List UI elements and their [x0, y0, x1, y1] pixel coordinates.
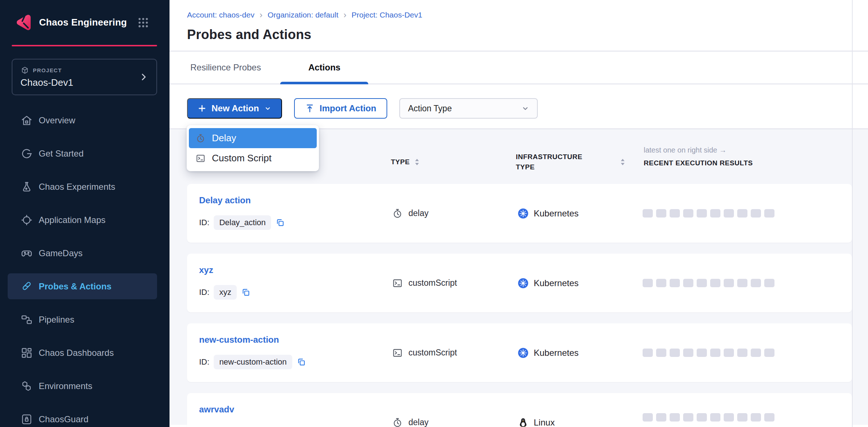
column-header-infrastructure-type[interactable]: INFRASTRUCTURE TYPE — [516, 152, 625, 172]
column-header-type[interactable]: TYPE — [391, 157, 420, 167]
infrastructure-cell: Kubernetes — [518, 254, 579, 312]
breadcrumb: Account: chaos-dev › Organization: defau… — [187, 10, 868, 20]
breadcrumb-separator: › — [259, 11, 262, 19]
type-value: delay — [408, 418, 429, 427]
sidebar-item-overview[interactable]: Overview — [8, 107, 157, 133]
execution-result-placeholder — [643, 349, 653, 357]
type-cell: delay — [392, 184, 429, 243]
sidebar-item-pipelines[interactable]: Pipelines — [8, 307, 157, 332]
execution-result-placeholder — [724, 279, 734, 287]
app-switcher-grid-icon[interactable] — [137, 16, 149, 29]
terminal-icon — [195, 153, 206, 164]
sort-icon — [620, 158, 625, 166]
sidebar-item-gamedays[interactable]: GameDays — [8, 240, 157, 266]
execution-result-placeholder — [737, 349, 747, 357]
page-header: Account: chaos-dev › Organization: defau… — [170, 0, 868, 51]
table-row: new-custom-action ID: new-custom-action … — [187, 323, 852, 382]
actions-toolbar: New Action Import Action Action Type — [170, 84, 868, 128]
recent-execution-results — [643, 254, 774, 312]
execution-result-placeholder — [656, 413, 666, 422]
infrastructure-value: Kubernetes — [534, 348, 579, 358]
action-type-select[interactable]: Action Type — [399, 98, 538, 119]
infrastructure-value: Kubernetes — [534, 208, 579, 219]
action-name-link[interactable]: Delay action — [199, 195, 251, 205]
sidebar-item-label: Pipelines — [39, 315, 74, 325]
sidebar-item-chaos-dashboards[interactable]: Chaos Dashboards — [8, 340, 157, 366]
sidebar-item-chaosguard[interactable]: ChaosGuard — [8, 406, 157, 427]
sidebar-item-label: Environments — [39, 381, 92, 391]
kubernetes-icon — [518, 208, 529, 219]
import-action-button[interactable]: Import Action — [294, 98, 387, 119]
id-label: ID: — [199, 288, 209, 297]
new-action-label: New Action — [212, 103, 259, 114]
action-name-link[interactable]: new-custom-action — [199, 335, 279, 345]
new-action-button[interactable]: New Action — [187, 98, 282, 119]
breadcrumb-account-link[interactable]: Account: chaos-dev — [187, 11, 254, 19]
copy-icon[interactable] — [241, 288, 251, 297]
sidebar-item-probes-actions[interactable]: Probes & Actions — [8, 273, 157, 299]
copy-icon[interactable] — [275, 218, 285, 227]
active-tab-indicator — [280, 82, 368, 84]
project-selector[interactable]: PROJECT Chaos-Dev1 — [12, 59, 157, 95]
infrastructure-cell: Kubernetes — [518, 184, 579, 243]
action-id-pill: Delay_action — [214, 215, 271, 230]
new-action-dropdown-menu: Delay Custom Script — [187, 125, 319, 171]
flask-icon — [20, 181, 33, 193]
action-id-pill: new-custom-action — [214, 355, 292, 369]
sidebar-item-chaos-experiments[interactable]: Chaos Experiments — [8, 174, 157, 200]
chaos-engineering-app: Chaos Engineering PROJECT Chaos-Dev1 Ove… — [0, 0, 868, 427]
infrastructure-value: Linux — [534, 418, 555, 427]
action-name-link[interactable]: awrvadv — [199, 404, 234, 415]
menu-item-delay[interactable]: Delay — [189, 128, 317, 148]
execution-result-placeholder — [764, 413, 774, 422]
type-cell: customScript — [392, 323, 457, 382]
recent-execution-results — [643, 393, 774, 427]
sidebar-item-label: Chaos Dashboards — [39, 348, 114, 358]
sort-icon — [414, 158, 420, 166]
breadcrumb-organization-link[interactable]: Organization: default — [267, 11, 338, 19]
tab-actions-wrap[interactable]: Actions — [280, 51, 368, 84]
tab-actions[interactable]: Actions — [308, 62, 340, 73]
main-content: Account: chaos-dev › Organization: defau… — [170, 0, 868, 427]
home-icon — [20, 114, 33, 127]
action-id-pill: xyz — [214, 285, 237, 300]
execution-result-placeholder — [683, 413, 693, 422]
action-id-row: ID: new-custom-action — [199, 355, 306, 369]
execution-result-placeholder — [643, 279, 653, 287]
execution-result-placeholder — [697, 209, 707, 218]
menu-item-custom-script[interactable]: Custom Script — [189, 148, 317, 168]
lock-icon — [20, 413, 33, 426]
sidebar-item-label: Probes & Actions — [39, 281, 111, 292]
terminal-icon — [392, 278, 403, 289]
project-meta: PROJECT Chaos-Dev1 — [20, 66, 73, 88]
sidebar-item-application-maps[interactable]: Application Maps — [8, 207, 157, 233]
column-header-label: INFRASTRUCTURE TYPE — [516, 152, 589, 172]
tab-resilience-probes[interactable]: Resilience Probes — [190, 62, 261, 73]
execution-result-placeholder — [670, 209, 680, 218]
breadcrumb-project-link[interactable]: Project: Chaos-Dev1 — [351, 11, 422, 19]
sidebar-nav: Overview Get Started Chaos Experiments A… — [0, 107, 170, 427]
infrastructure-cell: Kubernetes — [518, 323, 579, 382]
action-name-link[interactable]: xyz — [199, 265, 213, 275]
sidebar-item-label: GameDays — [39, 248, 83, 258]
execution-result-placeholder — [764, 209, 774, 218]
breadcrumb-separator: › — [343, 11, 346, 19]
execution-result-placeholder — [724, 413, 734, 422]
sidebar-item-get-started[interactable]: Get Started — [8, 141, 157, 166]
execution-result-placeholder — [643, 413, 653, 422]
sidebar: Chaos Engineering PROJECT Chaos-Dev1 Ove… — [0, 0, 170, 427]
project-label: PROJECT — [33, 67, 62, 73]
type-value: customScript — [408, 278, 457, 288]
chevron-down-icon — [264, 104, 272, 112]
pipelines-icon — [20, 313, 33, 326]
infrastructure-cell: Linux — [518, 393, 555, 427]
project-box-icon — [20, 66, 29, 75]
recent-execution-results — [643, 323, 774, 382]
copy-icon[interactable] — [297, 357, 306, 367]
execution-result-placeholder — [643, 209, 653, 218]
sidebar-item-environments[interactable]: Environments — [8, 373, 157, 399]
chaos-logo-icon[interactable] — [14, 12, 33, 33]
test-tube-icon — [20, 280, 33, 293]
actions-table: TYPE INFRASTRUCTURE TYPE latest one on r… — [170, 128, 868, 425]
execution-result-placeholder — [724, 209, 734, 218]
